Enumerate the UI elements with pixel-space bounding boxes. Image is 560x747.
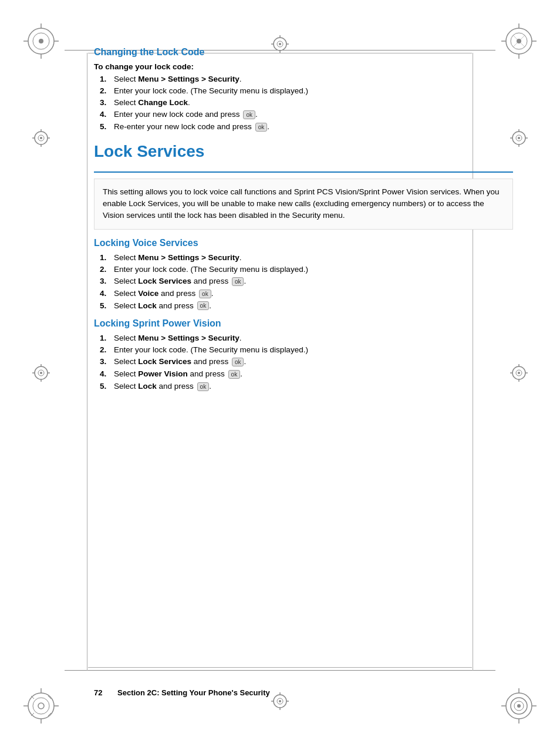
- pv-step-3-text: Select Lock Services and press ok.: [114, 357, 513, 366]
- step-5: 5. Re-enter your new lock code and press…: [100, 122, 513, 132]
- pv-step-5-text: Select Lock and press ok.: [114, 382, 513, 391]
- pv-step-1-num: 1.: [100, 334, 110, 342]
- locking-voice-services-title: Locking Voice Services: [94, 238, 513, 248]
- voice-step-3: 3. Select Lock Services and press ok.: [100, 277, 513, 286]
- svg-point-49: [40, 372, 42, 374]
- corner-mark-tl: [23, 23, 59, 59]
- svg-point-15: [33, 698, 49, 714]
- voice-step-3-num: 3.: [100, 277, 110, 285]
- voice-step-4-num: 4.: [100, 289, 110, 298]
- locking-voice-services-section: Locking Voice Services 1. Select Menu > …: [94, 238, 513, 311]
- step-1-num: 1.: [100, 75, 110, 83]
- voice-step-2-text: Enter your lock code. (The Security menu…: [114, 265, 513, 274]
- step-2-text: Enter your lock code. (The Security menu…: [114, 86, 513, 95]
- pv-step-1: 1. Select Menu > Settings > Security.: [100, 334, 513, 342]
- step-2-num: 2.: [100, 86, 110, 95]
- voice-step-2: 2. Enter your lock code. (The Security m…: [100, 265, 513, 274]
- voice-step-3-text: Select Lock Services and press ok.: [114, 277, 513, 286]
- side-mark-left-mid: [32, 364, 50, 383]
- svg-point-16: [38, 703, 44, 709]
- pv-step-3-num: 3.: [100, 357, 110, 366]
- ok-button-icon-2: ok: [255, 123, 268, 132]
- svg-point-56: [518, 372, 520, 374]
- voice-step-1: 1. Select Menu > Settings > Security.: [100, 253, 513, 262]
- step-3: 3. Select Change Lock.: [100, 98, 513, 107]
- svg-point-70: [279, 43, 281, 45]
- svg-point-28: [517, 704, 521, 708]
- lock-services-section: Lock Services This setting allows you to…: [94, 142, 513, 391]
- page: Changing the Lock Code To change your lo…: [0, 0, 560, 747]
- voice-step-5-text: Select Lock and press ok.: [114, 301, 513, 311]
- vline-left: [87, 53, 87, 671]
- pv-step-5-num: 5.: [100, 382, 110, 391]
- voice-step-2-num: 2.: [100, 265, 110, 274]
- step-3-num: 3.: [100, 98, 110, 107]
- ok-button-icon-4: ok: [199, 290, 211, 298]
- pv-step-2-text: Enter your lock code. (The Security menu…: [114, 345, 513, 354]
- svg-point-2: [39, 39, 43, 43]
- lock-services-title: Lock Services: [94, 142, 513, 161]
- voice-step-5: 5. Select Lock and press ok.: [100, 301, 513, 311]
- bottom-center-mark: [271, 692, 289, 712]
- step-5-num: 5.: [100, 122, 110, 131]
- step-1: 1. Select Menu > Settings > Security.: [100, 75, 513, 83]
- voice-step-5-num: 5.: [100, 301, 110, 310]
- locking-power-vision-steps: 1. Select Menu > Settings > Security. 2.…: [100, 334, 513, 391]
- ok-button-icon-6: ok: [232, 358, 244, 366]
- step-4-text: Enter your new lock code and press ok.: [114, 110, 513, 119]
- locking-voice-steps: 1. Select Menu > Settings > Security. 2.…: [100, 253, 513, 311]
- pv-step-2-num: 2.: [100, 345, 110, 354]
- footer-section-text: Section 2C: Setting Your Phone's Securit…: [117, 688, 270, 697]
- pv-step-4: 4. Select Power Vision and press ok.: [100, 369, 513, 379]
- step-3-text: Select Change Lock.: [114, 98, 513, 107]
- locking-power-vision-title: Locking Sprint Power Vision: [94, 318, 513, 329]
- voice-step-4-text: Select Voice and press ok.: [114, 289, 513, 298]
- changing-lock-code-intro: To change your lock code:: [94, 62, 513, 71]
- svg-point-63: [279, 700, 281, 702]
- section-divider: [94, 171, 513, 173]
- step-5-text: Re-enter your new lock code and press ok…: [114, 122, 513, 132]
- footer-page-number: 72: [94, 688, 117, 697]
- ok-button-icon-3: ok: [232, 277, 244, 286]
- pv-step-3: 3. Select Lock Services and press ok.: [100, 357, 513, 366]
- voice-step-1-num: 1.: [100, 253, 110, 262]
- lock-services-description: This setting allows you to lock voice ca…: [94, 179, 513, 230]
- ok-button-icon-5: ok: [197, 301, 210, 310]
- ok-button-icon-7: ok: [228, 370, 241, 379]
- changing-lock-code-title: Changing the Lock Code: [94, 47, 513, 58]
- step-4: 4. Enter your new lock code and press ok…: [100, 110, 513, 119]
- ok-button-icon-8: ok: [197, 382, 210, 391]
- svg-point-35: [40, 137, 42, 139]
- voice-step-1-text: Select Menu > Settings > Security.: [114, 253, 513, 262]
- side-mark-left-top: [32, 129, 50, 149]
- ok-button-icon-1: ok: [243, 110, 255, 119]
- voice-step-4: 4. Select Voice and press ok.: [100, 289, 513, 298]
- hline-bottom-inner: [88, 667, 472, 668]
- pv-step-2: 2. Enter your lock code. (The Security m…: [100, 345, 513, 354]
- pv-step-4-num: 4.: [100, 369, 110, 378]
- main-content: Changing the Lock Code To change your lo…: [94, 47, 513, 391]
- svg-point-42: [518, 137, 520, 139]
- step-2: 2. Enter your lock code. (The Security m…: [100, 86, 513, 95]
- step-4-num: 4.: [100, 110, 110, 119]
- pv-step-1-text: Select Menu > Settings > Security.: [114, 334, 513, 342]
- locking-power-vision-section: Locking Sprint Power Vision 1. Select Me…: [94, 318, 513, 391]
- pv-step-4-text: Select Power Vision and press ok.: [114, 369, 513, 379]
- step-1-text: Select Menu > Settings > Security.: [114, 75, 513, 83]
- pv-step-5: 5. Select Lock and press ok.: [100, 382, 513, 391]
- hline-bottom: [65, 670, 495, 671]
- changing-lock-code-steps: 1. Select Menu > Settings > Security. 2.…: [100, 75, 513, 132]
- changing-lock-code-section: Changing the Lock Code To change your lo…: [94, 47, 513, 132]
